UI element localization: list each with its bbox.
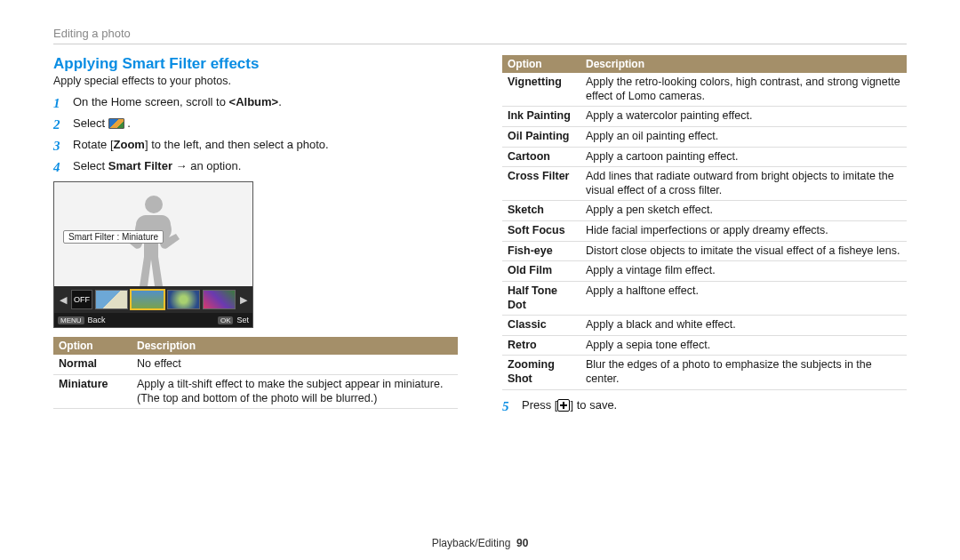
option-description: No effect xyxy=(132,355,458,374)
step-list-continued: Press [] to save. xyxy=(502,397,907,414)
table-row: RetroApply a sepia tone effect. xyxy=(502,335,907,356)
option-name: Vignetting xyxy=(502,73,580,107)
content-columns: Applying Smart Filter effects Apply spec… xyxy=(53,55,907,418)
chevron-left-icon: ◀ xyxy=(58,294,68,306)
option-name: Old Film xyxy=(502,261,580,282)
table-row: Half Tone DotApply a halftone effect. xyxy=(502,281,907,315)
table-row: Fish-eyeDistort close objects to imitate… xyxy=(502,241,907,261)
option-name: Zooming Shot xyxy=(502,356,580,389)
step-5: Press [] to save. xyxy=(502,397,907,414)
breadcrumb: Editing a photo xyxy=(53,27,907,40)
chevron-right-icon: ▶ xyxy=(238,294,249,306)
option-description: Distort close objects to imitate the vis… xyxy=(580,241,907,261)
left-column: Applying Smart Filter effects Apply spec… xyxy=(53,55,458,418)
ss-thumb-1 xyxy=(95,290,128,309)
ss-filter-label: Smart Filter : Miniature xyxy=(63,230,164,244)
table-row: Ink PaintingApply a watercolor painting … xyxy=(502,107,907,127)
option-description: Apply a watercolor painting effect. xyxy=(580,107,907,127)
step-3: Rotate [Zoom] to the left, and then sele… xyxy=(53,137,458,154)
ss-photo-area: Smart Filter : Miniature xyxy=(54,182,252,286)
th-description: Description xyxy=(132,337,458,355)
option-description: Apply a sepia tone effect. xyxy=(580,335,907,356)
option-description: Apply a tilt-shift effect to make the su… xyxy=(132,375,458,409)
ss-menu-button: MENU xyxy=(58,316,84,324)
option-name: Half Tone Dot xyxy=(502,281,580,315)
ss-bottom-bar: MENU Back OK Set xyxy=(54,313,252,327)
ss-thumb-3 xyxy=(167,290,200,309)
page-footer: Playback/Editing 90 xyxy=(0,537,960,549)
step-list: On the Home screen, scroll to <Album>. S… xyxy=(53,94,458,174)
ss-thumbnail-strip: ◀ OFF ▶ xyxy=(54,286,252,313)
divider xyxy=(53,44,907,44)
option-name: Ink Painting xyxy=(502,107,580,127)
option-name: Normal xyxy=(53,355,132,374)
option-name: Sketch xyxy=(502,201,580,221)
table-row: MiniatureApply a tilt-shift effect to ma… xyxy=(53,375,458,409)
table-row: Old FilmApply a vintage film effect. xyxy=(502,261,907,282)
step-1: On the Home screen, scroll to <Album>. xyxy=(53,94,458,111)
option-name: Soft Focus xyxy=(502,221,580,242)
th-option: Option xyxy=(502,55,580,73)
option-name: Retro xyxy=(502,335,580,356)
th-option: Option xyxy=(53,337,132,355)
table-row: Oil PaintingApply an oil painting effect… xyxy=(502,126,907,147)
option-description: Blur the edges of a photo to emphasize t… xyxy=(580,356,907,389)
ss-thumb-4 xyxy=(203,290,236,309)
option-description: Apply a vintage film effect. xyxy=(580,261,907,282)
option-description: Apply the retro-looking colors, high con… xyxy=(580,73,907,107)
option-name: Cartoon xyxy=(502,147,580,167)
option-name: Cross Filter xyxy=(502,167,580,201)
option-description: Apply a cartoon painting effect. xyxy=(580,147,907,167)
th-description: Description xyxy=(580,55,907,73)
table-row: Cross FilterAdd lines that radiate outwa… xyxy=(502,167,907,201)
camera-screenshot: Smart Filter : Miniature ◀ OFF ▶ MENU Ba… xyxy=(53,181,253,328)
table-row: Zooming ShotBlur the edges of a photo to… xyxy=(502,356,907,389)
ss-ok-button: OK xyxy=(218,316,234,324)
lead-text: Apply special effects to your photos. xyxy=(53,75,458,87)
table-row: VignettingApply the retro-looking colors… xyxy=(502,73,907,107)
table-row: CartoonApply a cartoon painting effect. xyxy=(502,147,907,167)
option-name: Classic xyxy=(502,316,580,336)
option-name: Fish-eye xyxy=(502,241,580,261)
page-title: Applying Smart Filter effects xyxy=(53,55,458,73)
table-row: ClassicApply a black and white effect. xyxy=(502,316,907,336)
option-description: Add lines that radiate outward from brig… xyxy=(580,167,907,201)
step-4: Select Smart Filter → an option. xyxy=(53,158,458,175)
right-column: Option Description VignettingApply the r… xyxy=(502,55,907,418)
option-name: Oil Painting xyxy=(502,126,580,147)
table-row: SketchApply a pen sketch effect. xyxy=(502,201,907,221)
ss-back-label: Back xyxy=(88,316,106,324)
table-row: NormalNo effect xyxy=(53,355,458,374)
option-description: Apply a pen sketch effect. xyxy=(580,201,907,221)
flower-button-icon xyxy=(557,399,570,412)
option-description: Apply an oil painting effect. xyxy=(580,126,907,147)
ss-thumb-2-selected xyxy=(131,290,164,309)
step-2: Select . xyxy=(53,116,458,132)
options-table-right: Option Description VignettingApply the r… xyxy=(502,55,907,390)
ss-off-thumb: OFF xyxy=(71,290,92,309)
album-icon xyxy=(108,118,124,129)
ss-set-label: Set xyxy=(236,316,249,324)
option-name: Miniature xyxy=(53,375,132,409)
options-table-left: Option Description NormalNo effectMiniat… xyxy=(53,337,458,409)
option-description: Hide facial imperfections or apply dream… xyxy=(580,221,907,242)
option-description: Apply a black and white effect. xyxy=(580,316,907,336)
option-description: Apply a halftone effect. xyxy=(580,281,907,315)
table-row: Soft FocusHide facial imperfections or a… xyxy=(502,221,907,242)
